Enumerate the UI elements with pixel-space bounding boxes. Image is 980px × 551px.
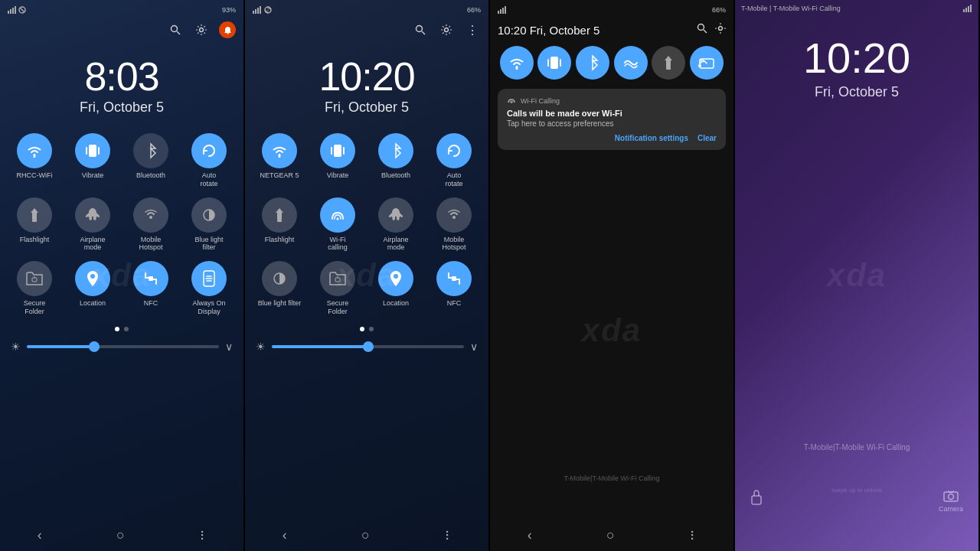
back-button-2[interactable]: ‹ <box>283 527 287 543</box>
tile-airplane-1[interactable]: Airplanemode <box>67 197 118 253</box>
tile-wifi-2[interactable]: NETGEAR 5 <box>254 133 305 188</box>
recents-button-1[interactable]: ⫶ <box>199 527 206 543</box>
svg-point-44 <box>452 216 456 219</box>
tile-aod-1[interactable]: Always OnDisplay <box>184 261 234 316</box>
nav-bar-1: ‹ ○ ⫶ <box>0 520 243 551</box>
top-tile-cast-3[interactable] <box>690 46 724 80</box>
tile-location-2[interactable]: Location <box>371 261 421 316</box>
tile-flashlight-1[interactable]: Flashlight <box>9 197 60 253</box>
tile-hotspot-1[interactable]: MobileHotspot <box>126 197 176 253</box>
settings-icon[interactable] <box>193 21 210 38</box>
battery-3: 66% <box>712 6 726 14</box>
tile-rotate-2[interactable]: Autorotate <box>429 133 479 188</box>
brightness-slider-2[interactable] <box>272 345 464 348</box>
back-button-1[interactable]: ‹ <box>38 527 42 543</box>
tile-label-hotspot-1: MobileHotspot <box>139 236 162 253</box>
brightness-slider-1[interactable] <box>27 345 219 348</box>
svg-point-65 <box>511 102 512 103</box>
home-button-1[interactable]: ○ <box>116 527 125 543</box>
svg-rect-18 <box>32 278 37 282</box>
tile-wificall-2[interactable]: Wi-Ficalling <box>312 197 363 253</box>
panel4-carrier-bottom: T-Mobile|T-Mobile Wi-Fi Calling <box>735 443 978 452</box>
folder-icon-2 <box>320 261 355 296</box>
svg-rect-27 <box>255 9 256 14</box>
notification-icon[interactable] <box>219 21 236 38</box>
tile-wifi-1[interactable]: RHCC-WiFi <box>9 133 60 188</box>
battery-2: 66% <box>467 6 481 14</box>
chevron-down-2[interactable]: ∨ <box>470 341 478 353</box>
svg-point-36 <box>445 28 449 32</box>
tile-label-airplane-1: Airplanemode <box>80 236 105 253</box>
tile-label-wifi-2: NETGEAR 5 <box>260 171 299 180</box>
home-button-3[interactable]: ○ <box>606 527 615 543</box>
tile-vibrate-1[interactable]: Vibrate <box>67 133 118 188</box>
dot-active-2 <box>360 327 364 331</box>
svg-marker-61 <box>665 56 672 67</box>
top-tile-vibrate-3[interactable] <box>537 46 571 80</box>
top-tile-flashlight-3[interactable] <box>652 46 685 80</box>
tile-flashlight-2[interactable]: Flashlight <box>254 197 305 253</box>
settings-icon-2[interactable] <box>438 21 455 38</box>
hotspot-icon-2 <box>436 197 472 233</box>
search-icon[interactable] <box>167 21 184 38</box>
top-tile-wifi-3[interactable] <box>500 46 534 80</box>
tile-bluetooth-2[interactable]: Bluetooth <box>371 133 421 188</box>
sun-icon-1: ☀ <box>11 341 21 353</box>
lockscreen-clock: 10:20 Fri, October 5 <box>735 14 978 100</box>
nav-bar-3: ‹ ○ ⫶ <box>490 520 733 551</box>
settings-icon-3[interactable] <box>715 23 726 37</box>
tile-label-rotate-1: Autorotate <box>200 171 217 188</box>
dot-active-1 <box>115 327 119 331</box>
top-tile-bluetooth-3[interactable] <box>576 46 609 80</box>
svg-rect-52 <box>502 8 504 14</box>
notification-card-3: Wi-Fi Calling Calls will be made over Wi… <box>498 89 726 150</box>
svg-rect-68 <box>968 6 969 12</box>
svg-point-54 <box>698 24 704 31</box>
recents-button-2[interactable]: ⫶ <box>444 527 451 543</box>
tile-label-bluelight-2: Blue light filter <box>258 299 302 308</box>
qs-grid-1: RHCC-WiFi Vibrate Bluetooth Autorotate <box>0 127 243 194</box>
search-icon-3[interactable] <box>697 23 707 37</box>
tile-label-vibrate-2: Vibrate <box>327 171 348 180</box>
tile-nfc-1[interactable]: NFC <box>126 261 176 316</box>
carrier-name-4: T-Mobile | T-Mobile Wi-Fi Calling <box>741 5 841 12</box>
tile-airplane-2[interactable]: Airplanemode <box>371 197 421 253</box>
tile-folder-1[interactable]: SecureFolder <box>9 261 60 316</box>
flashlight-icon-2 <box>262 197 297 233</box>
tile-vibrate-2[interactable]: Vibrate <box>312 133 363 188</box>
hotspot-icon <box>133 197 168 233</box>
bluetooth-icon <box>133 133 168 168</box>
panel4-carrier-text: T-Mobile|T-Mobile Wi-Fi Calling <box>735 443 978 452</box>
tile-location-1[interactable]: Location <box>67 261 118 316</box>
top-tile-waves-3[interactable] <box>614 46 648 80</box>
phone-panel-3: 66% 10:20 Fri, October 5 <box>490 0 735 551</box>
tile-nfc-2[interactable]: NFC <box>429 261 479 316</box>
tile-folder-2[interactable]: SecureFolder <box>312 261 363 316</box>
tile-hotspot-2[interactable]: MobileHotspot <box>429 197 479 253</box>
tile-label-wifi-1: RHCC-WiFi <box>17 171 53 180</box>
notif-clear-action[interactable]: Clear <box>697 134 717 142</box>
tile-label-bluelight-1: Blue lightfilter <box>194 236 223 253</box>
clock-display-1: 8:03 Fri, October 5 <box>0 41 243 127</box>
tile-bluelight-1[interactable]: Blue lightfilter <box>184 197 234 253</box>
nav-bar-2: ‹ ○ ⫶ <box>245 520 488 551</box>
status-icons-left-1 <box>8 6 26 14</box>
svg-point-10 <box>34 155 36 157</box>
svg-point-34 <box>416 26 423 32</box>
menu-icon-2[interactable]: ⋮ <box>464 21 481 38</box>
tile-label-airplane-2: Airplanemode <box>383 236 408 253</box>
home-button-2[interactable]: ○ <box>361 527 370 543</box>
chevron-down-1[interactable]: ∨ <box>225 341 233 353</box>
tile-bluetooth-1[interactable]: Bluetooth <box>126 133 176 188</box>
recents-button-3[interactable]: ⫶ <box>689 527 696 543</box>
tile-rotate-1[interactable]: Autorotate <box>184 133 234 188</box>
notif-settings-action[interactable]: Notification settings <box>615 134 688 142</box>
status-bar-1: 93% <box>0 0 243 18</box>
tile-label-vibrate-1: Vibrate <box>82 171 103 180</box>
back-button-3[interactable]: ‹ <box>528 527 532 543</box>
tile-bluelight-2[interactable]: Blue light filter <box>254 261 305 316</box>
bluelight-icon <box>191 197 227 233</box>
bluelight-icon-2 <box>262 261 297 296</box>
tile-label-hotspot-2: MobileHotspot <box>442 236 466 253</box>
search-icon-2[interactable] <box>412 21 429 38</box>
